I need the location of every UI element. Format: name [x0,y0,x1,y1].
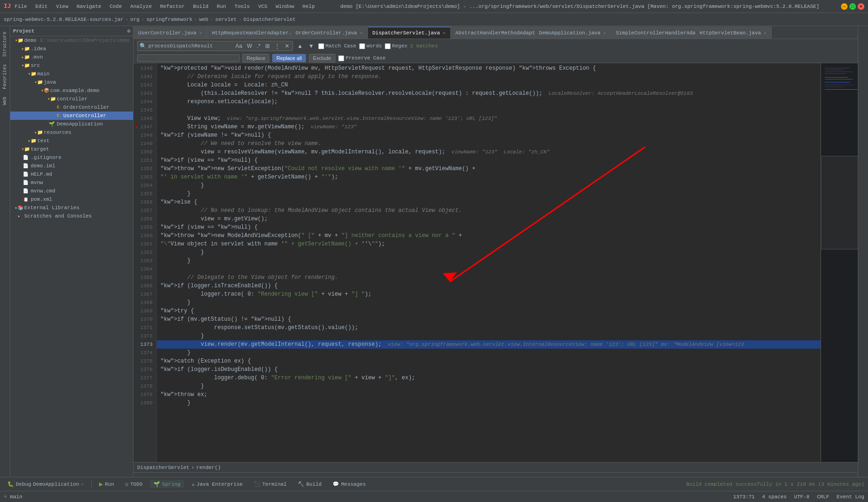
words-checkbox[interactable] [359,43,365,49]
tree-item-usercontroller[interactable]: C UserController [10,112,133,120]
preserve-case-checkbox[interactable] [338,55,344,61]
breadcrumb-part-1[interactable]: org [130,17,140,22]
code-editor[interactable]: 1340134113421343134413451346134713481349… [134,63,821,462]
menu-tools[interactable]: Tools [231,3,254,10]
next-match-btn[interactable]: ▼ [307,42,315,50]
tree-item-main[interactable]: ▾📁 main [10,70,133,78]
close-find-btn[interactable]: ✕ [283,42,291,50]
tree-item-mvnw[interactable]: 📄 mvnw [10,178,133,187]
tree-item-controller[interactable]: ▾📁 controller [10,95,133,103]
tab-ordercontroller-close[interactable]: ✕ [360,30,362,36]
code-line-1362[interactable]: } [157,248,821,257]
tree-item-src[interactable]: ▾📁 src [10,61,133,70]
tree-item-pomxml[interactable]: 📋 pom.xml [10,195,133,204]
code-line-1365[interactable]: // Delegate to the View object for rende… [157,273,821,282]
settings-btn[interactable]: ⋮ [273,42,281,50]
tree-item-gitignore[interactable]: 📄 .gitignore [10,153,133,162]
regex-checkbox[interactable] [385,43,391,49]
code-line-1358[interactable]: view = mv.getView(); [157,215,821,223]
search-input[interactable] [148,43,232,49]
code-line-1349[interactable]: // We need to resolve the view name. [157,139,821,148]
code-line-1380[interactable]: } [157,399,821,407]
menu-edit[interactable]: Edit [32,3,51,10]
indent-status[interactable]: 4 spaces [762,494,787,500]
exclude-button[interactable]: Exclude [309,54,335,62]
minimap[interactable] [821,63,858,462]
code-line-1343[interactable]: (this.localeResolver != "kw">null ? this… [157,89,821,98]
debug-close-icon[interactable]: ✕ [81,482,84,487]
breadcrumb-part-2[interactable]: springframework [146,17,192,22]
code-line-1359[interactable]: "kw">if (view == "kw">null) { [157,223,821,231]
tab-dispatcherservlet-close[interactable]: ✕ [443,30,446,36]
build-btn[interactable]: 🔨 Build [294,480,325,488]
run-btn[interactable]: ▶ Run [95,479,118,489]
code-line-1369[interactable]: "kw">try { [157,307,821,315]
tab-usercontroller[interactable]: UserController.java ✕ [134,26,207,39]
code-line-1340[interactable]: "kw">protected "kw">void render(ModelAnd… [157,64,821,73]
tab-ordercontroller[interactable]: OrderController.java ✕ [291,26,367,39]
code-line-1378[interactable]: } [157,382,821,390]
java-enterprise-btn[interactable]: ☕ Java Enterprise [188,480,247,488]
vtab-structure[interactable]: Structure [1,28,9,60]
window-maximize[interactable]: □ [849,3,856,10]
code-line-1377[interactable]: logger.debug( 0: "Error rendering view [… [157,374,821,382]
debug-btn[interactable]: 🐛 Debug DemoApplication ✕ [4,480,87,488]
window-minimize[interactable]: ─ [841,3,848,10]
tab-httprequesthandleradapter[interactable]: HttpRequestHandlerAdapter.java ✕ [207,26,291,39]
terminal-btn[interactable]: ⬛ Terminal [250,480,291,488]
vtab-favorites[interactable]: Favorites [1,60,9,93]
regex-label[interactable]: Regex [385,43,407,49]
code-line-1364[interactable] [157,265,821,273]
vtab-web[interactable]: Web [1,93,9,109]
spring-btn[interactable]: 🌱 Spring [150,480,184,488]
menu-code[interactable]: Code [106,3,126,10]
code-line-1372[interactable]: } [157,332,821,340]
tab-dispatcherservlet[interactable]: DispatcherServlet.java ✕ [368,26,451,39]
code-line-1352[interactable]: "kw">throw "kw">new ServletException("Co… [157,165,821,173]
tree-item-resources[interactable]: ▸📁 resources [10,128,133,137]
case-sensitive-btn[interactable]: Aa [234,42,244,50]
menu-navigate[interactable]: Navigate [73,3,105,10]
breadcrumb-part-4[interactable]: servlet [215,17,237,22]
breadcrumb-part-0[interactable]: spring-webmvc-5.2.8.RELEASE-sources.jar [4,17,123,22]
code-line-1371[interactable]: response.setStatus(mv.getStatus().value(… [157,324,821,332]
tab-httpservletbean-close[interactable]: ✕ [764,30,767,36]
tree-item-idea[interactable]: ▸📁 .idea [10,45,133,53]
project-header[interactable]: Project ⚙ [10,26,133,36]
replace-all-button[interactable]: Replace all [272,54,306,62]
preserve-case-label[interactable]: Preserve Case [338,55,386,61]
tree-item-demoitml[interactable]: 📄 demo.iml [10,162,133,170]
code-line-1342[interactable]: Locale locale = Locale: zh_CN [157,81,821,89]
menu-view[interactable]: View [52,3,72,10]
menu-vcs[interactable]: VCS [254,3,271,10]
tree-item-external-libs[interactable]: ▸📚 External Libraries [10,204,133,212]
tree-item-mvnwcmd[interactable]: 📄 mvnw.cmd [10,187,133,195]
filter-btn[interactable]: ⊞ [264,42,271,50]
code-line-1376[interactable]: "kw">if (logger.isDebugEnabled()) { [157,365,821,374]
tab-demoapplication-close[interactable]: ✕ [603,30,606,36]
code-line-1353[interactable]: "' in servlet with name '" + getServletN… [157,173,821,181]
tab-abstracthandlermethodadapter[interactable]: AbstractHandlerMethodAdapter.java ✕ [451,26,534,39]
code-line-1361[interactable]: "\"View object in servlet with name '" +… [157,240,821,248]
encoding-status[interactable]: UTF-8 [794,494,809,500]
tree-item-test[interactable]: ▸📁 test [10,137,133,145]
code-line-1345[interactable] [157,106,821,114]
tree-item-scratches[interactable]: ▸ Scratches and Consoles [10,212,133,220]
code-line-1374[interactable]: } [157,349,821,357]
menu-refactor[interactable]: Refactor [156,3,188,10]
tab-simplecontrollerhandleradapter[interactable]: SimpleControllerHandlerAdapter.java ✕ [611,26,695,39]
tree-item-ordercontroller[interactable]: C OrderController [10,103,133,112]
code-line-1344[interactable]: response.setLocale(locale); [157,98,821,106]
code-line-1355[interactable]: } [157,190,821,198]
messages-btn[interactable]: 💬 Messages [329,480,369,488]
code-line-1351[interactable]: "kw">if (view == "kw">null) { [157,156,821,165]
code-line-1367[interactable]: logger.trace( 0: "Rendering view [" + vi… [157,290,821,298]
tree-item-demoapplication[interactable]: 🌱 DemoApplication [10,120,133,128]
tree-item-helpmd[interactable]: 📄 HELP.md [10,170,133,178]
tab-demoapplication[interactable]: DemoApplication.java ✕ [534,26,611,39]
match-case-checkbox[interactable] [318,43,324,49]
find-input-wrap[interactable]: 🔍 Aa W .* ⊞ ⋮ ✕ [137,41,293,51]
match-case-label[interactable]: Match Case [318,43,356,49]
tree-item-target[interactable]: ▾📁 target [10,145,133,153]
words-label[interactable]: Words [359,43,382,49]
